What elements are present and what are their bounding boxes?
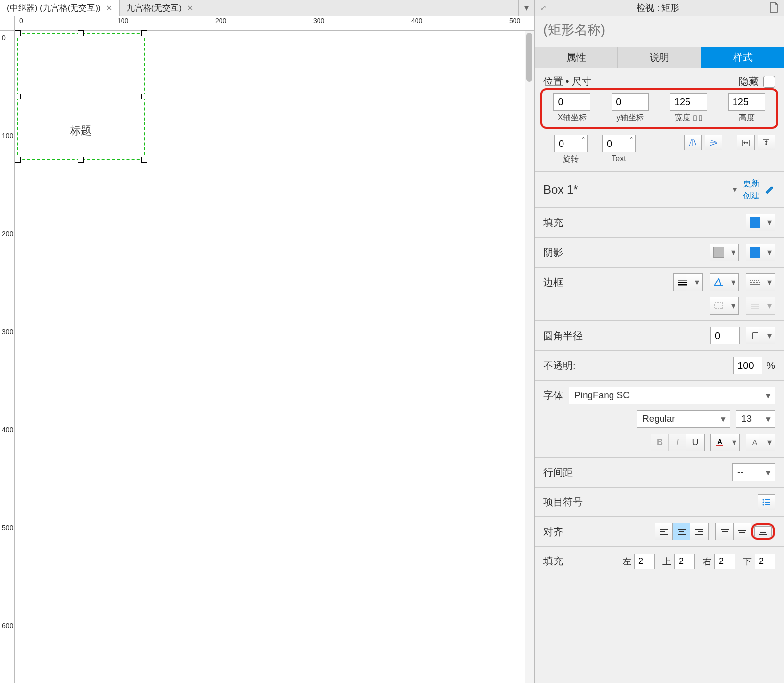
selected-shape[interactable]: 标题 [17,33,145,160]
lock-aspect-icon[interactable] [693,115,702,122]
scroll-thumb[interactable] [526,33,532,82]
align-left-button[interactable] [655,523,673,540]
collapse-icon[interactable]: ⤢ [540,3,547,12]
svg-rect-0 [694,116,696,121]
close-icon[interactable]: ✕ [106,3,112,13]
pad-left-input[interactable] [634,554,655,569]
shape-name-field[interactable]: (矩形名称) [535,16,784,47]
notes-icon[interactable] [769,2,778,13]
ruler-horizontal[interactable]: 0 100 200 300 400 500 [15,16,534,31]
width-input[interactable] [670,93,707,111]
height-input[interactable] [728,93,765,111]
width-label: 宽度 [675,113,690,123]
resize-handle-tl[interactable] [15,30,21,36]
bold-button[interactable]: B [651,434,669,451]
underline-button[interactable]: U [686,434,704,451]
tab-spacer [200,0,519,16]
border-width-picker[interactable]: ▾ [673,273,703,291]
tab-style[interactable]: 样式 [701,47,784,68]
position-highlight: X轴坐标 y轴坐标 宽度 高度 [540,88,778,129]
resize-handle-ml[interactable] [15,94,21,99]
canvas[interactable]: 标题 [15,31,534,683]
align-center-button[interactable] [673,523,690,540]
inspector-tabs: 属性 说明 样式 [535,47,784,68]
fill-color-picker[interactable]: ▾ [746,214,775,231]
border-visibility-picker[interactable]: ▾ [710,297,739,315]
border-arrow-picker[interactable]: ▾ [746,297,775,315]
font-weight-select[interactable]: Regular [637,410,730,428]
resize-handle-bl[interactable] [15,157,21,163]
opacity-input[interactable] [733,357,762,374]
border-style-picker[interactable]: ▾ [746,273,775,291]
opacity-label: 不透明: [543,359,576,372]
resize-handle-tr[interactable] [141,30,147,36]
document-tab-1[interactable]: (中继器) (九宫格(无交互)) ✕ [0,0,120,16]
rotation-label: 旋转 [563,154,579,165]
fit-height-button[interactable] [758,135,775,150]
vertical-scrollbar[interactable] [525,31,534,683]
line-spacing-row: 行间距 -- [535,458,784,488]
font-row: 字体 PingFang SC Regular 13 B I U A▾ A▾ [535,381,784,458]
resize-handle-br[interactable] [141,157,147,163]
font-family-select[interactable]: PingFang SC [569,387,775,404]
pad-top-input[interactable] [674,554,695,569]
x-input[interactable] [553,93,590,111]
alignment-row: 对齐 [535,517,784,547]
flip-vertical-button[interactable] [705,135,722,150]
svg-text:A: A [717,438,722,446]
alignment-label: 对齐 [543,525,563,538]
align-middle-button[interactable] [734,523,751,540]
font-size-select[interactable]: 13 [736,410,775,428]
document-tab-bar: (中继器) (九宫格(无交互)) ✕ 九宫格(无交互) ✕ ▾ [0,0,534,16]
resize-handle-mr[interactable] [141,94,147,99]
resize-handle-tm[interactable] [78,30,84,36]
create-style-link[interactable]: 创建 [743,190,760,201]
align-right-button[interactable] [690,523,708,540]
italic-button[interactable]: I [669,434,686,451]
corner-radius-input[interactable] [710,327,740,344]
ruler-vertical[interactable]: 0 100 200 300 400 500 600 [0,31,15,683]
bullet-label: 项目符号 [543,495,583,509]
style-selector-row: Box 1* ▾ 更新 创建 [535,172,784,208]
tab-overflow-button[interactable]: ▾ [519,0,534,16]
svg-point-20 [763,504,764,505]
svg-point-18 [763,501,764,503]
align-top-button[interactable] [716,523,734,540]
ruler-corner [0,16,15,31]
update-style-link[interactable]: 更新 [743,178,760,189]
border-color-picker[interactable]: ▾ [710,273,739,291]
flip-horizontal-button[interactable] [684,135,702,150]
shadow-label: 阴影 [543,246,563,259]
corner-type-picker[interactable]: ▾ [746,327,775,344]
pad-right-label: 右 [703,556,711,567]
inner-shadow-picker[interactable]: ▾ [746,244,775,261]
line-spacing-label: 行间距 [543,466,573,479]
y-input[interactable] [612,93,649,111]
pad-bottom-input[interactable] [755,554,775,569]
line-spacing-select[interactable]: -- [732,463,775,481]
pad-right-input[interactable] [714,554,735,569]
outer-shadow-picker[interactable]: ▾ [710,244,739,261]
corner-radius-label: 圆角半径 [543,329,583,342]
font-style-group: B I U [651,434,705,451]
hide-checkbox[interactable] [763,76,775,88]
align-bottom-button[interactable] [754,526,772,537]
edit-style-icon[interactable] [764,184,775,195]
font-extra-picker[interactable]: A▾ [746,434,775,451]
padding-row: 填充 左 上 右 下 [535,547,784,576]
bullet-row: 项目符号 [535,488,784,517]
bullet-list-button[interactable] [758,494,775,510]
tab-attributes[interactable]: 属性 [535,47,618,68]
tab-description[interactable]: 说明 [618,47,701,68]
resize-handle-bm[interactable] [78,157,84,163]
document-tab-2[interactable]: 九宫格(无交互) ✕ [120,0,200,16]
text-rotation-label: Text [612,154,626,163]
chevron-down-icon[interactable]: ▾ [733,184,737,195]
close-icon[interactable]: ✕ [187,3,193,13]
canvas-body: 0 100 200 300 400 500 600 标题 [0,31,534,683]
svg-rect-9 [715,303,723,309]
fit-width-button[interactable] [737,135,755,150]
tab-label: (中继器) (九宫格(无交互)) [7,2,101,14]
font-color-picker[interactable]: A▾ [710,434,740,451]
y-label: y轴坐标 [616,113,644,123]
